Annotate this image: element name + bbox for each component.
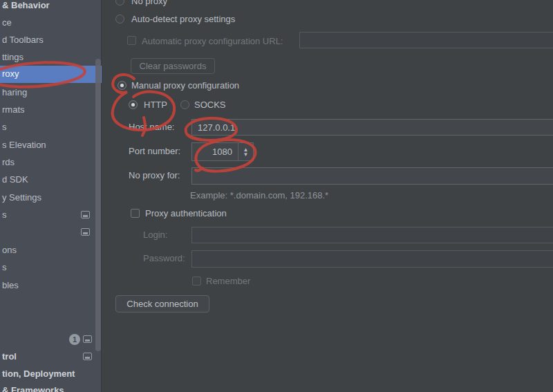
host-name-input[interactable] bbox=[191, 119, 553, 136]
screen-icon bbox=[83, 335, 92, 343]
auto-config-url-input[interactable] bbox=[299, 32, 553, 48]
auto-config-url-label: Automatic proxy configuration URL: bbox=[142, 35, 283, 48]
sidebar-item-process-elevation[interactable]: s Elevation bbox=[0, 137, 102, 153]
sidebar-item-label: & Frameworks bbox=[2, 382, 64, 392]
no-proxy-radio[interactable] bbox=[115, 0, 124, 6]
sidebar-item-label: s bbox=[2, 259, 7, 276]
login-input[interactable] bbox=[191, 227, 553, 243]
sidebar-item-passwords[interactable]: rds bbox=[0, 154, 102, 171]
sidebar-item-label: bles bbox=[2, 277, 19, 294]
no-proxy-label: No proxy bbox=[131, 0, 167, 8]
plugins-count-badge: 1 bbox=[69, 334, 80, 345]
screen-icon bbox=[81, 211, 90, 218]
socks-label: SOCKS bbox=[194, 98, 226, 112]
sidebar-item-build-execution-deployment[interactable]: tion, Deployment bbox=[0, 366, 102, 382]
sidebar-item-data-sharing[interactable]: haring bbox=[0, 84, 102, 101]
remember-checkbox[interactable] bbox=[192, 277, 201, 286]
sidebar-scrollbar-thumb[interactable] bbox=[95, 59, 101, 351]
port-number-stepper: ▲ ▼ bbox=[191, 142, 254, 161]
sidebar-item-menus-toolbars[interactable]: d Toolbars bbox=[0, 32, 102, 48]
screen-icon bbox=[81, 228, 90, 236]
sidebar-item-label: d Toolbars bbox=[2, 32, 44, 48]
sidebar-item-label: ttings bbox=[2, 49, 24, 66]
sidebar-item-appearance-behavior[interactable]: & Behavior bbox=[0, 0, 102, 14]
stepper-down-icon[interactable]: ▼ bbox=[243, 152, 249, 157]
clear-passwords-button[interactable]: Clear passwords bbox=[131, 58, 215, 74]
sidebar-item-path-variables[interactable]: bles bbox=[0, 277, 102, 294]
password-input[interactable] bbox=[191, 250, 553, 268]
settings-tree-sidebar: & Behavior ce d Toolbars ttings roxy har… bbox=[0, 0, 102, 392]
sidebar-item-label: & Behavior bbox=[2, 0, 50, 14]
auto-detect-label: Auto-detect proxy settings bbox=[131, 12, 235, 26]
check-connection-button[interactable]: Check connection bbox=[115, 295, 209, 312]
no-proxy-example-hint: Example: *.domain.com, 192.168.* bbox=[190, 189, 328, 203]
sidebar-item-label: rds bbox=[2, 154, 15, 171]
sidebar-item-label: haring bbox=[2, 84, 27, 101]
sidebar-item-updates[interactable]: s bbox=[0, 119, 102, 136]
sidebar-item-label: ce bbox=[2, 15, 12, 31]
sidebar-item-label: rmats bbox=[2, 102, 25, 118]
http-radio[interactable] bbox=[129, 100, 138, 109]
sidebar-item-label: s bbox=[2, 119, 7, 136]
sidebar-item-languages-frameworks[interactable]: & Frameworks bbox=[0, 382, 102, 392]
socks-radio[interactable] bbox=[180, 100, 189, 109]
sidebar-item-quick-lists[interactable]: s bbox=[0, 259, 102, 276]
sidebar-item-label: s Elevation bbox=[2, 137, 46, 153]
sidebar-item-appearance[interactable]: ce bbox=[0, 15, 102, 31]
sidebar-item-notifications[interactable]: ons bbox=[0, 242, 102, 259]
http-label: HTTP bbox=[144, 98, 167, 112]
proxy-authentication-checkbox[interactable] bbox=[131, 209, 140, 218]
sidebar-item-label: tion, Deployment bbox=[2, 366, 75, 382]
no-proxy-for-input[interactable] bbox=[191, 167, 553, 185]
screen-icon bbox=[83, 353, 92, 360]
port-number-input[interactable] bbox=[192, 143, 238, 160]
password-label: Password: bbox=[143, 252, 185, 265]
manual-proxy-radio[interactable] bbox=[118, 81, 126, 90]
remember-label: Remember bbox=[206, 274, 250, 288]
login-label: Login: bbox=[143, 228, 167, 242]
manual-proxy-label: Manual proxy configuration bbox=[131, 79, 239, 93]
sidebar-item-http-proxy[interactable]: roxy bbox=[0, 66, 102, 83]
port-number-label: Port number: bbox=[129, 144, 180, 158]
sidebar-item-system-settings[interactable]: ttings bbox=[0, 49, 102, 66]
sidebar-item-label: ons bbox=[2, 242, 17, 259]
sidebar-item-memory-settings[interactable]: y Settings bbox=[0, 189, 102, 206]
no-proxy-for-label: No proxy for: bbox=[129, 169, 180, 183]
auto-detect-radio[interactable] bbox=[115, 15, 124, 24]
sidebar-item-label: roxy bbox=[2, 66, 19, 82]
settings-window: & Behavior ce d Toolbars ttings roxy har… bbox=[0, 0, 553, 392]
sidebar-item-label: trol bbox=[2, 348, 17, 365]
sidebar-item-label: s bbox=[2, 207, 7, 223]
sidebar-item-date-formats[interactable]: rmats bbox=[0, 102, 102, 118]
host-name-label: Host name: bbox=[129, 120, 174, 134]
sidebar-item-label: d SDK bbox=[2, 171, 28, 188]
sidebar-item-label: y Settings bbox=[2, 189, 41, 206]
auto-config-url-checkbox[interactable] bbox=[127, 36, 136, 45]
sidebar-item-android-sdk[interactable]: d SDK bbox=[0, 171, 102, 188]
proxy-authentication-label: Proxy authentication bbox=[145, 207, 227, 221]
port-stepper-buttons[interactable]: ▲ ▼ bbox=[238, 143, 253, 160]
